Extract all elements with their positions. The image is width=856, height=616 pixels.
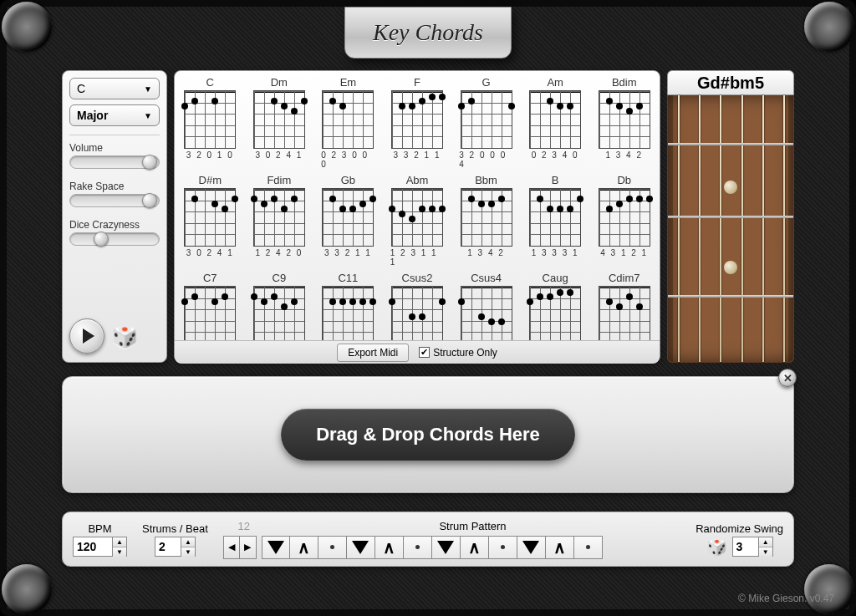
chord-toolbar: Export Midi ✔ Structure Only <box>175 340 660 364</box>
chord-fingering: 3 0 2 4 1 <box>186 248 234 257</box>
slider-thumb[interactable] <box>94 232 109 247</box>
chord-am[interactable]: Am0 2 3 4 0 <box>528 76 583 169</box>
chord-fingering: 4 3 1 2 1 <box>600 248 648 257</box>
chord-em[interactable]: Em0 2 3 0 0 0 <box>321 76 375 169</box>
chord-diagram <box>184 188 236 247</box>
chord-gb[interactable]: Gb3 3 2 1 1 <box>321 174 375 267</box>
bpm-down[interactable]: ▼ <box>113 547 126 557</box>
chord-fingering: 3 2 0 0 0 4 <box>459 150 513 169</box>
strum-up-icon: ∧ <box>553 537 566 557</box>
chord-name: Em <box>340 76 357 89</box>
strum-pattern-label: Strum Pattern <box>265 520 680 532</box>
chord-name: Abm <box>406 174 429 186</box>
chord-fingering: 1 3 4 2 <box>605 150 643 160</box>
strums-up[interactable]: ▲ <box>181 537 195 547</box>
play-icon <box>83 328 94 344</box>
chord-abm[interactable]: Abm1 2 3 1 1 1 <box>390 174 445 267</box>
strum-up-icon: ∧ <box>298 537 310 557</box>
play-button[interactable] <box>69 318 104 354</box>
guitar-string[interactable] <box>678 95 680 362</box>
structure-only-toggle[interactable]: ✔ Structure Only <box>419 347 497 359</box>
pattern-next-button[interactable]: ▶ <box>240 536 257 559</box>
guitar-string[interactable] <box>783 95 785 362</box>
chord-name: Am <box>547 76 563 89</box>
chord-fingering: 3 0 2 4 1 <box>255 150 303 160</box>
chord-name: Gb <box>341 174 355 186</box>
chord-diagram <box>391 90 443 149</box>
strum-cell-down[interactable] <box>262 536 290 559</box>
guitar-neck[interactable] <box>667 95 794 363</box>
strum-cell-down[interactable] <box>432 536 461 559</box>
scale-select-value: Major <box>77 109 108 122</box>
strum-pattern-area: 12 Strum Pattern ◀ ▶ ∧∧∧∧ <box>223 520 680 559</box>
dice-button[interactable]: 🎲 <box>111 323 138 349</box>
chord-dm[interactable]: Dm3 0 2 4 1 <box>252 76 307 169</box>
bpm-input[interactable] <box>74 537 112 556</box>
key-select[interactable]: C ▼ <box>69 78 160 99</box>
chord-name: Dm <box>271 76 288 89</box>
chord-dm[interactable]: D#m3 0 2 4 1 <box>183 174 237 267</box>
chord-c[interactable]: C3 2 0 1 0 <box>183 76 237 169</box>
strum-cell-dot[interactable] <box>318 536 347 559</box>
guitar-string[interactable] <box>699 95 701 362</box>
guitar-string[interactable] <box>762 95 764 362</box>
slider-label: Rake Space <box>69 181 160 192</box>
chevron-down-icon: ▼ <box>144 84 152 94</box>
strum-cell-down[interactable] <box>347 536 375 559</box>
swing-down[interactable]: ▼ <box>759 547 772 557</box>
guitar-string[interactable] <box>720 95 721 362</box>
slider-thumb[interactable] <box>142 155 157 170</box>
strum-cell-up[interactable]: ∧ <box>375 536 404 559</box>
pattern-prev-button[interactable]: ◀ <box>223 536 240 559</box>
chord-name: Fdim <box>267 174 291 186</box>
chord-fdim[interactable]: Fdim1 2 4 2 0 <box>252 174 307 267</box>
swing-input[interactable] <box>733 537 758 556</box>
strum-cells: ∧∧∧∧ <box>262 536 603 559</box>
scale-select[interactable]: Major ▼ <box>69 104 160 126</box>
strum-cell-down[interactable] <box>517 536 546 559</box>
strums-input[interactable] <box>155 537 181 556</box>
fret-marker <box>724 181 737 194</box>
strums-down[interactable]: ▼ <box>181 547 195 557</box>
strum-rest-icon <box>330 545 334 549</box>
bpm-spinbox[interactable]: ▲ ▼ <box>73 537 127 557</box>
strum-rest-icon <box>501 545 505 549</box>
strum-up-icon: ∧ <box>468 537 481 557</box>
strum-cell-dot[interactable] <box>574 536 603 559</box>
bpm-up[interactable]: ▲ <box>113 537 126 547</box>
close-dropzone-button[interactable]: ✕ <box>778 369 797 387</box>
chord-g[interactable]: G3 2 0 0 0 4 <box>459 76 513 169</box>
chord-dropzone[interactable]: ✕ Drag & Drop Chords Here <box>62 376 794 493</box>
slider-rake space[interactable] <box>69 194 160 207</box>
guitar-string[interactable] <box>741 95 743 362</box>
chord-bbm[interactable]: Bbm1 3 4 2 <box>459 174 513 267</box>
strum-cell-up[interactable]: ∧ <box>290 536 318 559</box>
strum-cell-up[interactable]: ∧ <box>461 536 489 559</box>
swing-up[interactable]: ▲ <box>759 537 772 547</box>
slider-thumb[interactable] <box>142 193 157 208</box>
strum-cell-dot[interactable] <box>489 536 517 559</box>
export-midi-button[interactable]: Export Midi <box>337 344 409 362</box>
strum-cell-up[interactable]: ∧ <box>546 536 574 559</box>
title-plate: Key Chords <box>344 7 512 59</box>
chord-diagram <box>322 188 374 247</box>
strum-cell-dot[interactable] <box>404 536 432 559</box>
strums-spinbox[interactable]: ▲ ▼ <box>155 537 196 557</box>
slider-label: Volume <box>69 142 160 154</box>
slider-volume[interactable] <box>69 155 160 169</box>
swing-spinbox[interactable]: ▲ ▼ <box>732 537 773 557</box>
chord-diagram <box>184 286 236 344</box>
corner-bolt <box>2 2 52 52</box>
neck-chord-label: Gd#bm5 <box>667 70 794 95</box>
chord-f[interactable]: F3 3 2 1 1 <box>390 76 445 169</box>
chord-bdim[interactable]: Bdim1 3 4 2 <box>597 76 651 169</box>
randomize-swing-dice[interactable]: 🎲 <box>706 537 727 557</box>
strum-rest-icon <box>415 545 420 549</box>
chord-fingering: 1 2 4 2 0 <box>255 248 303 257</box>
chord-db[interactable]: Db4 3 1 2 1 <box>597 174 651 267</box>
strum-down-icon <box>268 541 284 554</box>
slider-dice crazyness[interactable] <box>69 232 160 246</box>
chord-name: Bbm <box>475 174 497 186</box>
chord-b[interactable]: B1 3 3 3 1 <box>528 174 583 267</box>
corner-bolt <box>2 564 52 614</box>
